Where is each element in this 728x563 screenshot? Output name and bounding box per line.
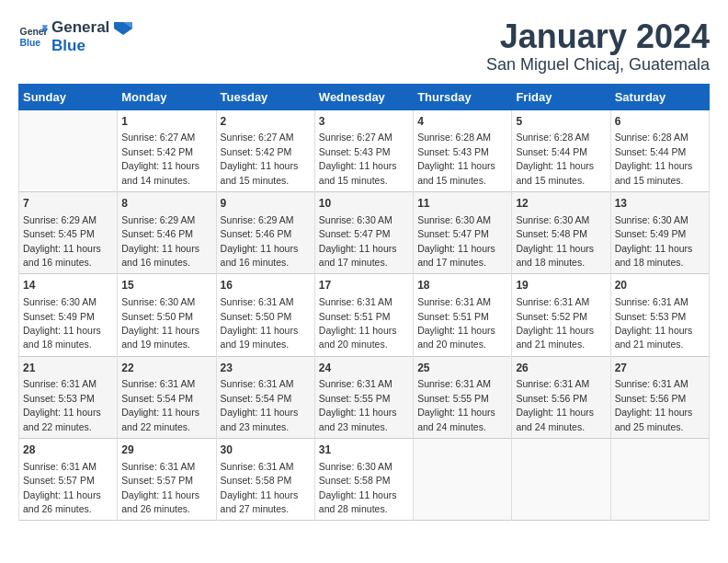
day-cell: 24Sunrise: 6:31 AM Sunset: 5:55 PM Dayli… (314, 356, 413, 438)
day-cell: 27Sunrise: 6:31 AM Sunset: 5:56 PM Dayli… (610, 356, 709, 438)
day-number: 27 (615, 361, 705, 376)
day-info: Sunrise: 6:31 AM Sunset: 5:56 PM Dayligh… (615, 378, 693, 431)
day-info: Sunrise: 6:29 AM Sunset: 5:45 PM Dayligh… (23, 214, 101, 268)
day-number: 31 (319, 442, 409, 458)
title-area: January 2024 San Miguel Chicaj, Guatemal… (486, 18, 710, 75)
day-info: Sunrise: 6:30 AM Sunset: 5:47 PM Dayligh… (417, 214, 495, 268)
day-cell: 12Sunrise: 6:30 AM Sunset: 5:48 PM Dayli… (512, 191, 610, 273)
day-cell: 19Sunrise: 6:31 AM Sunset: 5:52 PM Dayli… (512, 274, 610, 356)
logo: General Blue General Blue (18, 18, 132, 56)
day-info: Sunrise: 6:28 AM Sunset: 5:44 PM Dayligh… (615, 132, 693, 185)
day-cell: 26Sunrise: 6:31 AM Sunset: 5:56 PM Dayli… (512, 356, 610, 438)
day-cell: 21Sunrise: 6:31 AM Sunset: 5:53 PM Dayli… (19, 356, 118, 438)
day-number: 18 (417, 278, 507, 293)
day-cell: 11Sunrise: 6:30 AM Sunset: 5:47 PM Dayli… (414, 191, 512, 273)
location-title: San Miguel Chicaj, Guatemala (486, 55, 710, 75)
header-monday: Monday (118, 84, 216, 109)
day-number: 21 (23, 361, 113, 376)
day-number: 28 (23, 442, 113, 458)
day-number: 12 (516, 196, 606, 212)
day-info: Sunrise: 6:29 AM Sunset: 5:46 PM Dayligh… (221, 214, 299, 268)
day-number: 29 (121, 442, 211, 458)
logo-icon: General Blue (18, 22, 48, 52)
day-number: 26 (516, 361, 606, 376)
header-thursday: Thursday (414, 84, 512, 109)
day-cell (610, 439, 709, 521)
day-cell: 23Sunrise: 6:31 AM Sunset: 5:54 PM Dayli… (216, 356, 314, 438)
day-number: 7 (23, 196, 113, 212)
logo-general: General (51, 18, 132, 37)
day-cell: 14Sunrise: 6:30 AM Sunset: 5:49 PM Dayli… (19, 274, 118, 356)
day-number: 25 (417, 361, 507, 376)
day-info: Sunrise: 6:31 AM Sunset: 5:54 PM Dayligh… (121, 378, 199, 431)
day-number: 9 (221, 196, 311, 212)
month-title: January 2024 (486, 18, 710, 55)
day-info: Sunrise: 6:30 AM Sunset: 5:47 PM Dayligh… (319, 214, 397, 268)
day-cell: 8Sunrise: 6:29 AM Sunset: 5:46 PM Daylig… (118, 191, 216, 273)
day-info: Sunrise: 6:31 AM Sunset: 5:57 PM Dayligh… (121, 461, 199, 514)
day-info: Sunrise: 6:31 AM Sunset: 5:50 PM Dayligh… (221, 296, 299, 350)
day-number: 3 (319, 114, 409, 130)
day-cell: 1Sunrise: 6:27 AM Sunset: 5:42 PM Daylig… (118, 109, 216, 191)
day-cell: 30Sunrise: 6:31 AM Sunset: 5:58 PM Dayli… (216, 439, 314, 521)
day-cell: 13Sunrise: 6:30 AM Sunset: 5:49 PM Dayli… (610, 191, 709, 273)
day-number: 5 (516, 114, 606, 130)
day-cell: 10Sunrise: 6:30 AM Sunset: 5:47 PM Dayli… (314, 191, 413, 273)
day-number: 11 (417, 196, 507, 212)
day-cell: 20Sunrise: 6:31 AM Sunset: 5:53 PM Dayli… (610, 274, 709, 356)
day-number: 2 (221, 114, 311, 130)
day-number: 13 (615, 196, 705, 212)
logo-blue: Blue (51, 37, 132, 55)
day-number: 10 (319, 196, 409, 212)
calendar-header-row: SundayMondayTuesdayWednesdayThursdayFrid… (19, 84, 710, 109)
day-number: 24 (319, 361, 409, 376)
day-cell: 29Sunrise: 6:31 AM Sunset: 5:57 PM Dayli… (118, 439, 216, 521)
day-cell: 28Sunrise: 6:31 AM Sunset: 5:57 PM Dayli… (19, 439, 118, 521)
day-info: Sunrise: 6:31 AM Sunset: 5:57 PM Dayligh… (23, 461, 101, 514)
day-cell: 5Sunrise: 6:28 AM Sunset: 5:44 PM Daylig… (512, 109, 610, 191)
day-cell: 18Sunrise: 6:31 AM Sunset: 5:51 PM Dayli… (414, 274, 512, 356)
day-number: 17 (319, 278, 409, 293)
day-info: Sunrise: 6:29 AM Sunset: 5:46 PM Dayligh… (121, 214, 199, 268)
day-info: Sunrise: 6:30 AM Sunset: 5:49 PM Dayligh… (23, 296, 101, 350)
calendar-table: SundayMondayTuesdayWednesdayThursdayFrid… (18, 84, 710, 522)
day-info: Sunrise: 6:28 AM Sunset: 5:43 PM Dayligh… (417, 132, 495, 185)
day-cell: 22Sunrise: 6:31 AM Sunset: 5:54 PM Dayli… (118, 356, 216, 438)
day-number: 8 (121, 196, 211, 212)
day-number: 4 (417, 114, 507, 130)
day-number: 14 (23, 278, 113, 293)
day-cell: 6Sunrise: 6:28 AM Sunset: 5:44 PM Daylig… (610, 109, 709, 191)
day-number: 23 (221, 361, 311, 376)
week-row-3: 14Sunrise: 6:30 AM Sunset: 5:49 PM Dayli… (19, 274, 710, 356)
day-info: Sunrise: 6:27 AM Sunset: 5:42 PM Dayligh… (221, 132, 299, 185)
day-info: Sunrise: 6:31 AM Sunset: 5:55 PM Dayligh… (319, 378, 397, 431)
day-info: Sunrise: 6:30 AM Sunset: 5:50 PM Dayligh… (121, 296, 199, 350)
day-cell: 7Sunrise: 6:29 AM Sunset: 5:45 PM Daylig… (19, 191, 118, 273)
day-cell: 16Sunrise: 6:31 AM Sunset: 5:50 PM Dayli… (216, 274, 314, 356)
week-row-1: 1Sunrise: 6:27 AM Sunset: 5:42 PM Daylig… (19, 109, 710, 191)
header-friday: Friday (512, 84, 610, 109)
day-cell (19, 109, 118, 191)
header-wednesday: Wednesday (314, 84, 413, 109)
day-cell (512, 439, 610, 521)
svg-text:Blue: Blue (20, 38, 41, 48)
day-number: 30 (221, 442, 311, 458)
day-info: Sunrise: 6:31 AM Sunset: 5:53 PM Dayligh… (615, 296, 693, 350)
header-saturday: Saturday (610, 84, 709, 109)
day-number: 15 (121, 278, 211, 293)
day-info: Sunrise: 6:31 AM Sunset: 5:53 PM Dayligh… (23, 378, 101, 431)
day-cell: 15Sunrise: 6:30 AM Sunset: 5:50 PM Dayli… (118, 274, 216, 356)
day-cell: 25Sunrise: 6:31 AM Sunset: 5:55 PM Dayli… (414, 356, 512, 438)
day-info: Sunrise: 6:30 AM Sunset: 5:49 PM Dayligh… (615, 214, 693, 268)
day-info: Sunrise: 6:31 AM Sunset: 5:54 PM Dayligh… (221, 378, 299, 431)
day-cell: 9Sunrise: 6:29 AM Sunset: 5:46 PM Daylig… (216, 191, 314, 273)
day-info: Sunrise: 6:31 AM Sunset: 5:51 PM Dayligh… (417, 296, 495, 350)
day-cell: 17Sunrise: 6:31 AM Sunset: 5:51 PM Dayli… (314, 274, 413, 356)
day-number: 6 (615, 114, 705, 130)
day-info: Sunrise: 6:28 AM Sunset: 5:44 PM Dayligh… (516, 132, 594, 185)
day-info: Sunrise: 6:27 AM Sunset: 5:43 PM Dayligh… (319, 132, 397, 185)
day-number: 22 (121, 361, 211, 376)
day-cell: 4Sunrise: 6:28 AM Sunset: 5:43 PM Daylig… (414, 109, 512, 191)
week-row-4: 21Sunrise: 6:31 AM Sunset: 5:53 PM Dayli… (19, 356, 710, 438)
week-row-2: 7Sunrise: 6:29 AM Sunset: 5:45 PM Daylig… (19, 191, 710, 273)
